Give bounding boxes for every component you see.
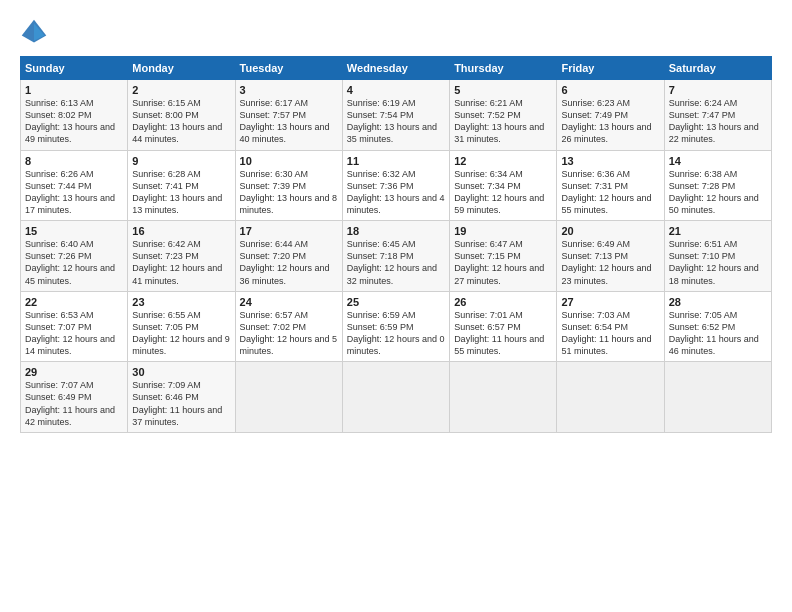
day-number: 12 — [454, 155, 552, 167]
calendar-cell: 29Sunrise: 7:07 AMSunset: 6:49 PMDayligh… — [21, 362, 128, 433]
day-number: 7 — [669, 84, 767, 96]
day-number: 2 — [132, 84, 230, 96]
day-info: Sunrise: 6:42 AMSunset: 7:23 PMDaylight:… — [132, 239, 222, 285]
day-info: Sunrise: 7:03 AMSunset: 6:54 PMDaylight:… — [561, 310, 651, 356]
day-number: 11 — [347, 155, 445, 167]
calendar-cell: 23Sunrise: 6:55 AMSunset: 7:05 PMDayligh… — [128, 291, 235, 362]
day-number: 17 — [240, 225, 338, 237]
calendar-cell: 13Sunrise: 6:36 AMSunset: 7:31 PMDayligh… — [557, 150, 664, 221]
day-number: 18 — [347, 225, 445, 237]
calendar-cell: 9Sunrise: 6:28 AMSunset: 7:41 PMDaylight… — [128, 150, 235, 221]
calendar-cell: 24Sunrise: 6:57 AMSunset: 7:02 PMDayligh… — [235, 291, 342, 362]
week-row: 22Sunrise: 6:53 AMSunset: 7:07 PMDayligh… — [21, 291, 772, 362]
day-info: Sunrise: 6:34 AMSunset: 7:34 PMDaylight:… — [454, 169, 544, 215]
day-info: Sunrise: 6:51 AMSunset: 7:10 PMDaylight:… — [669, 239, 759, 285]
day-number: 28 — [669, 296, 767, 308]
day-info: Sunrise: 6:19 AMSunset: 7:54 PMDaylight:… — [347, 98, 437, 144]
day-info: Sunrise: 6:17 AMSunset: 7:57 PMDaylight:… — [240, 98, 330, 144]
calendar-cell — [342, 362, 449, 433]
calendar-cell: 22Sunrise: 6:53 AMSunset: 7:07 PMDayligh… — [21, 291, 128, 362]
calendar-cell: 8Sunrise: 6:26 AMSunset: 7:44 PMDaylight… — [21, 150, 128, 221]
calendar-cell: 12Sunrise: 6:34 AMSunset: 7:34 PMDayligh… — [450, 150, 557, 221]
weekday-header-wednesday: Wednesday — [342, 57, 449, 80]
day-number: 22 — [25, 296, 123, 308]
calendar-cell: 17Sunrise: 6:44 AMSunset: 7:20 PMDayligh… — [235, 221, 342, 292]
week-row: 29Sunrise: 7:07 AMSunset: 6:49 PMDayligh… — [21, 362, 772, 433]
calendar-header: SundayMondayTuesdayWednesdayThursdayFrid… — [21, 57, 772, 80]
day-info: Sunrise: 6:38 AMSunset: 7:28 PMDaylight:… — [669, 169, 759, 215]
logo-icon — [20, 18, 48, 46]
weekday-header-tuesday: Tuesday — [235, 57, 342, 80]
day-info: Sunrise: 6:55 AMSunset: 7:05 PMDaylight:… — [132, 310, 230, 356]
day-info: Sunrise: 7:01 AMSunset: 6:57 PMDaylight:… — [454, 310, 544, 356]
day-number: 26 — [454, 296, 552, 308]
weekday-row: SundayMondayTuesdayWednesdayThursdayFrid… — [21, 57, 772, 80]
calendar-cell: 27Sunrise: 7:03 AMSunset: 6:54 PMDayligh… — [557, 291, 664, 362]
day-number: 25 — [347, 296, 445, 308]
week-row: 8Sunrise: 6:26 AMSunset: 7:44 PMDaylight… — [21, 150, 772, 221]
day-number: 10 — [240, 155, 338, 167]
day-number: 21 — [669, 225, 767, 237]
calendar-cell — [557, 362, 664, 433]
day-info: Sunrise: 6:21 AMSunset: 7:52 PMDaylight:… — [454, 98, 544, 144]
calendar-cell: 19Sunrise: 6:47 AMSunset: 7:15 PMDayligh… — [450, 221, 557, 292]
calendar-cell: 4Sunrise: 6:19 AMSunset: 7:54 PMDaylight… — [342, 80, 449, 151]
day-number: 5 — [454, 84, 552, 96]
calendar-cell: 14Sunrise: 6:38 AMSunset: 7:28 PMDayligh… — [664, 150, 771, 221]
day-info: Sunrise: 6:59 AMSunset: 6:59 PMDaylight:… — [347, 310, 445, 356]
day-info: Sunrise: 6:15 AMSunset: 8:00 PMDaylight:… — [132, 98, 222, 144]
day-info: Sunrise: 6:40 AMSunset: 7:26 PMDaylight:… — [25, 239, 115, 285]
page: SundayMondayTuesdayWednesdayThursdayFrid… — [0, 0, 792, 612]
calendar-cell: 6Sunrise: 6:23 AMSunset: 7:49 PMDaylight… — [557, 80, 664, 151]
calendar: SundayMondayTuesdayWednesdayThursdayFrid… — [20, 56, 772, 433]
calendar-cell: 20Sunrise: 6:49 AMSunset: 7:13 PMDayligh… — [557, 221, 664, 292]
calendar-cell: 18Sunrise: 6:45 AMSunset: 7:18 PMDayligh… — [342, 221, 449, 292]
day-info: Sunrise: 6:30 AMSunset: 7:39 PMDaylight:… — [240, 169, 338, 215]
day-info: Sunrise: 6:24 AMSunset: 7:47 PMDaylight:… — [669, 98, 759, 144]
day-info: Sunrise: 7:09 AMSunset: 6:46 PMDaylight:… — [132, 380, 222, 426]
day-number: 16 — [132, 225, 230, 237]
calendar-cell: 30Sunrise: 7:09 AMSunset: 6:46 PMDayligh… — [128, 362, 235, 433]
calendar-cell: 25Sunrise: 6:59 AMSunset: 6:59 PMDayligh… — [342, 291, 449, 362]
day-number: 29 — [25, 366, 123, 378]
week-row: 1Sunrise: 6:13 AMSunset: 8:02 PMDaylight… — [21, 80, 772, 151]
day-info: Sunrise: 7:07 AMSunset: 6:49 PMDaylight:… — [25, 380, 115, 426]
weekday-header-friday: Friday — [557, 57, 664, 80]
day-info: Sunrise: 6:53 AMSunset: 7:07 PMDaylight:… — [25, 310, 115, 356]
calendar-cell — [450, 362, 557, 433]
calendar-cell: 28Sunrise: 7:05 AMSunset: 6:52 PMDayligh… — [664, 291, 771, 362]
day-info: Sunrise: 6:44 AMSunset: 7:20 PMDaylight:… — [240, 239, 330, 285]
weekday-header-saturday: Saturday — [664, 57, 771, 80]
day-number: 23 — [132, 296, 230, 308]
calendar-cell: 26Sunrise: 7:01 AMSunset: 6:57 PMDayligh… — [450, 291, 557, 362]
day-info: Sunrise: 6:45 AMSunset: 7:18 PMDaylight:… — [347, 239, 437, 285]
day-number: 19 — [454, 225, 552, 237]
day-number: 4 — [347, 84, 445, 96]
day-info: Sunrise: 6:13 AMSunset: 8:02 PMDaylight:… — [25, 98, 115, 144]
calendar-cell: 1Sunrise: 6:13 AMSunset: 8:02 PMDaylight… — [21, 80, 128, 151]
day-number: 1 — [25, 84, 123, 96]
day-info: Sunrise: 6:26 AMSunset: 7:44 PMDaylight:… — [25, 169, 115, 215]
header — [20, 18, 772, 46]
calendar-cell: 21Sunrise: 6:51 AMSunset: 7:10 PMDayligh… — [664, 221, 771, 292]
day-info: Sunrise: 6:36 AMSunset: 7:31 PMDaylight:… — [561, 169, 651, 215]
calendar-cell: 2Sunrise: 6:15 AMSunset: 8:00 PMDaylight… — [128, 80, 235, 151]
day-number: 14 — [669, 155, 767, 167]
logo — [20, 18, 52, 46]
day-number: 20 — [561, 225, 659, 237]
day-number: 13 — [561, 155, 659, 167]
weekday-header-sunday: Sunday — [21, 57, 128, 80]
day-number: 9 — [132, 155, 230, 167]
calendar-cell: 15Sunrise: 6:40 AMSunset: 7:26 PMDayligh… — [21, 221, 128, 292]
day-info: Sunrise: 6:57 AMSunset: 7:02 PMDaylight:… — [240, 310, 338, 356]
day-number: 8 — [25, 155, 123, 167]
day-info: Sunrise: 6:28 AMSunset: 7:41 PMDaylight:… — [132, 169, 222, 215]
day-info: Sunrise: 6:49 AMSunset: 7:13 PMDaylight:… — [561, 239, 651, 285]
day-info: Sunrise: 6:23 AMSunset: 7:49 PMDaylight:… — [561, 98, 651, 144]
day-info: Sunrise: 6:32 AMSunset: 7:36 PMDaylight:… — [347, 169, 445, 215]
day-number: 24 — [240, 296, 338, 308]
calendar-cell — [664, 362, 771, 433]
week-row: 15Sunrise: 6:40 AMSunset: 7:26 PMDayligh… — [21, 221, 772, 292]
calendar-cell — [235, 362, 342, 433]
calendar-cell: 7Sunrise: 6:24 AMSunset: 7:47 PMDaylight… — [664, 80, 771, 151]
